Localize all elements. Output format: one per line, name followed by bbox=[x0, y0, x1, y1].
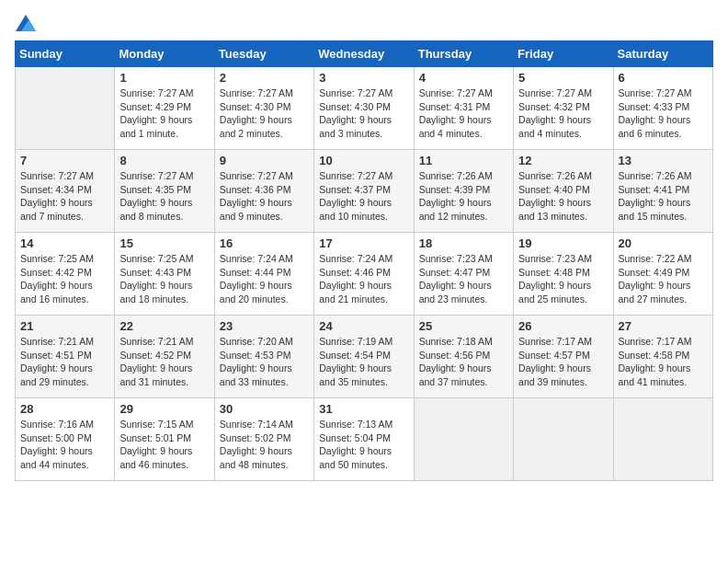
calendar-cell bbox=[613, 398, 712, 481]
cell-content: Sunrise: 7:21 AM Sunset: 4:51 PM Dayligh… bbox=[20, 335, 109, 389]
cell-content: Sunrise: 7:13 AM Sunset: 5:04 PM Dayligh… bbox=[319, 418, 408, 472]
day-header: Tuesday bbox=[214, 41, 313, 67]
calendar-cell: 9Sunrise: 7:27 AM Sunset: 4:36 PM Daylig… bbox=[214, 150, 313, 233]
day-number: 29 bbox=[119, 402, 209, 416]
cell-content: Sunrise: 7:26 AM Sunset: 4:39 PM Dayligh… bbox=[419, 169, 508, 224]
calendar-cell: 6Sunrise: 7:27 AM Sunset: 4:33 PM Daylig… bbox=[613, 67, 712, 150]
cell-content: Sunrise: 7:18 AM Sunset: 4:56 PM Dayligh… bbox=[419, 335, 508, 389]
day-number: 8 bbox=[119, 154, 209, 167]
cell-content: Sunrise: 7:27 AM Sunset: 4:36 PM Dayligh… bbox=[220, 169, 309, 224]
day-number: 10 bbox=[319, 154, 408, 167]
logo-icon bbox=[16, 15, 36, 31]
calendar-table: SundayMondayTuesdayWednesdayThursdayFrid… bbox=[15, 40, 713, 481]
day-header: Friday bbox=[514, 41, 613, 67]
calendar-cell: 21Sunrise: 7:21 AM Sunset: 4:51 PM Dayli… bbox=[16, 316, 115, 398]
day-number: 16 bbox=[220, 236, 309, 250]
header bbox=[15, 15, 713, 31]
calendar-cell: 11Sunrise: 7:26 AM Sunset: 4:39 PM Dayli… bbox=[414, 150, 513, 233]
calendar-week-row: 14Sunrise: 7:25 AM Sunset: 4:42 PM Dayli… bbox=[16, 233, 713, 316]
day-number: 7 bbox=[20, 154, 109, 167]
calendar-header-row: SundayMondayTuesdayWednesdayThursdayFrid… bbox=[16, 41, 713, 67]
day-header: Monday bbox=[115, 41, 214, 67]
calendar-cell bbox=[414, 398, 513, 481]
day-number: 3 bbox=[319, 71, 408, 85]
day-number: 19 bbox=[518, 236, 608, 250]
cell-content: Sunrise: 7:15 AM Sunset: 5:01 PM Dayligh… bbox=[119, 418, 209, 472]
calendar-cell: 19Sunrise: 7:23 AM Sunset: 4:48 PM Dayli… bbox=[514, 233, 613, 316]
calendar-cell: 5Sunrise: 7:27 AM Sunset: 4:32 PM Daylig… bbox=[514, 67, 613, 150]
cell-content: Sunrise: 7:19 AM Sunset: 4:54 PM Dayligh… bbox=[319, 335, 408, 389]
cell-content: Sunrise: 7:27 AM Sunset: 4:30 PM Dayligh… bbox=[220, 86, 309, 141]
cell-content: Sunrise: 7:25 AM Sunset: 4:43 PM Dayligh… bbox=[119, 252, 209, 306]
calendar-week-row: 1Sunrise: 7:27 AM Sunset: 4:29 PM Daylig… bbox=[16, 67, 713, 150]
cell-content: Sunrise: 7:27 AM Sunset: 4:35 PM Dayligh… bbox=[119, 169, 209, 224]
cell-content: Sunrise: 7:14 AM Sunset: 5:02 PM Dayligh… bbox=[220, 418, 309, 472]
cell-content: Sunrise: 7:22 AM Sunset: 4:49 PM Dayligh… bbox=[619, 252, 708, 306]
calendar-cell: 3Sunrise: 7:27 AM Sunset: 4:30 PM Daylig… bbox=[314, 67, 414, 150]
cell-content: Sunrise: 7:24 AM Sunset: 4:46 PM Dayligh… bbox=[319, 252, 408, 306]
day-number: 17 bbox=[319, 236, 408, 250]
day-number: 15 bbox=[119, 236, 209, 250]
calendar-cell: 1Sunrise: 7:27 AM Sunset: 4:29 PM Daylig… bbox=[115, 67, 214, 150]
calendar-cell: 4Sunrise: 7:27 AM Sunset: 4:31 PM Daylig… bbox=[414, 67, 513, 150]
cell-content: Sunrise: 7:27 AM Sunset: 4:34 PM Dayligh… bbox=[20, 169, 109, 224]
calendar-cell: 16Sunrise: 7:24 AM Sunset: 4:44 PM Dayli… bbox=[214, 233, 313, 316]
calendar-cell: 20Sunrise: 7:22 AM Sunset: 4:49 PM Dayli… bbox=[613, 233, 712, 316]
day-number: 27 bbox=[619, 319, 708, 333]
calendar-cell: 24Sunrise: 7:19 AM Sunset: 4:54 PM Dayli… bbox=[314, 316, 414, 398]
day-number: 20 bbox=[619, 236, 708, 250]
day-number: 4 bbox=[419, 71, 508, 85]
cell-content: Sunrise: 7:17 AM Sunset: 4:57 PM Dayligh… bbox=[518, 335, 608, 389]
day-number: 5 bbox=[518, 71, 608, 85]
calendar-cell bbox=[16, 67, 115, 150]
day-number: 2 bbox=[220, 71, 309, 85]
calendar-week-row: 7Sunrise: 7:27 AM Sunset: 4:34 PM Daylig… bbox=[16, 150, 713, 233]
day-header: Thursday bbox=[414, 41, 513, 67]
calendar-week-row: 28Sunrise: 7:16 AM Sunset: 5:00 PM Dayli… bbox=[16, 398, 713, 481]
calendar-cell: 13Sunrise: 7:26 AM Sunset: 4:41 PM Dayli… bbox=[613, 150, 712, 233]
cell-content: Sunrise: 7:17 AM Sunset: 4:58 PM Dayligh… bbox=[619, 335, 708, 389]
day-number: 26 bbox=[518, 319, 608, 333]
calendar-cell: 18Sunrise: 7:23 AM Sunset: 4:47 PM Dayli… bbox=[414, 233, 513, 316]
cell-content: Sunrise: 7:23 AM Sunset: 4:48 PM Dayligh… bbox=[518, 252, 608, 306]
cell-content: Sunrise: 7:27 AM Sunset: 4:31 PM Dayligh… bbox=[419, 86, 508, 141]
cell-content: Sunrise: 7:27 AM Sunset: 4:33 PM Dayligh… bbox=[619, 86, 708, 141]
calendar-cell: 28Sunrise: 7:16 AM Sunset: 5:00 PM Dayli… bbox=[16, 398, 115, 481]
cell-content: Sunrise: 7:27 AM Sunset: 4:37 PM Dayligh… bbox=[319, 169, 408, 224]
day-header: Wednesday bbox=[314, 41, 414, 67]
cell-content: Sunrise: 7:16 AM Sunset: 5:00 PM Dayligh… bbox=[20, 418, 109, 472]
calendar-cell: 14Sunrise: 7:25 AM Sunset: 4:42 PM Dayli… bbox=[16, 233, 115, 316]
cell-content: Sunrise: 7:23 AM Sunset: 4:47 PM Dayligh… bbox=[419, 252, 508, 306]
day-number: 11 bbox=[419, 154, 508, 167]
day-number: 13 bbox=[619, 154, 708, 167]
day-number: 25 bbox=[419, 319, 508, 333]
cell-content: Sunrise: 7:21 AM Sunset: 4:52 PM Dayligh… bbox=[119, 335, 209, 389]
calendar-cell: 26Sunrise: 7:17 AM Sunset: 4:57 PM Dayli… bbox=[514, 316, 613, 398]
day-number: 14 bbox=[20, 236, 109, 250]
calendar-cell: 22Sunrise: 7:21 AM Sunset: 4:52 PM Dayli… bbox=[115, 316, 214, 398]
calendar-cell: 27Sunrise: 7:17 AM Sunset: 4:58 PM Dayli… bbox=[613, 316, 712, 398]
day-number: 21 bbox=[20, 319, 109, 333]
calendar-cell: 29Sunrise: 7:15 AM Sunset: 5:01 PM Dayli… bbox=[115, 398, 214, 481]
calendar-cell: 15Sunrise: 7:25 AM Sunset: 4:43 PM Dayli… bbox=[115, 233, 214, 316]
cell-content: Sunrise: 7:25 AM Sunset: 4:42 PM Dayligh… bbox=[20, 252, 109, 306]
logo bbox=[15, 15, 36, 31]
calendar-cell: 31Sunrise: 7:13 AM Sunset: 5:04 PM Dayli… bbox=[314, 398, 414, 481]
day-header: Sunday bbox=[16, 41, 115, 67]
calendar-cell: 2Sunrise: 7:27 AM Sunset: 4:30 PM Daylig… bbox=[214, 67, 313, 150]
cell-content: Sunrise: 7:27 AM Sunset: 4:29 PM Dayligh… bbox=[119, 86, 209, 141]
calendar-cell: 30Sunrise: 7:14 AM Sunset: 5:02 PM Dayli… bbox=[214, 398, 313, 481]
calendar-cell: 12Sunrise: 7:26 AM Sunset: 4:40 PM Dayli… bbox=[514, 150, 613, 233]
day-number: 24 bbox=[319, 319, 408, 333]
day-number: 31 bbox=[319, 402, 408, 416]
day-header: Saturday bbox=[613, 41, 712, 67]
calendar-cell: 23Sunrise: 7:20 AM Sunset: 4:53 PM Dayli… bbox=[214, 316, 313, 398]
day-number: 30 bbox=[220, 402, 309, 416]
calendar-cell: 25Sunrise: 7:18 AM Sunset: 4:56 PM Dayli… bbox=[414, 316, 513, 398]
cell-content: Sunrise: 7:26 AM Sunset: 4:41 PM Dayligh… bbox=[619, 169, 708, 224]
cell-content: Sunrise: 7:20 AM Sunset: 4:53 PM Dayligh… bbox=[220, 335, 309, 389]
day-number: 28 bbox=[20, 402, 109, 416]
day-number: 23 bbox=[220, 319, 309, 333]
calendar-week-row: 21Sunrise: 7:21 AM Sunset: 4:51 PM Dayli… bbox=[16, 316, 713, 398]
cell-content: Sunrise: 7:27 AM Sunset: 4:30 PM Dayligh… bbox=[319, 86, 408, 141]
